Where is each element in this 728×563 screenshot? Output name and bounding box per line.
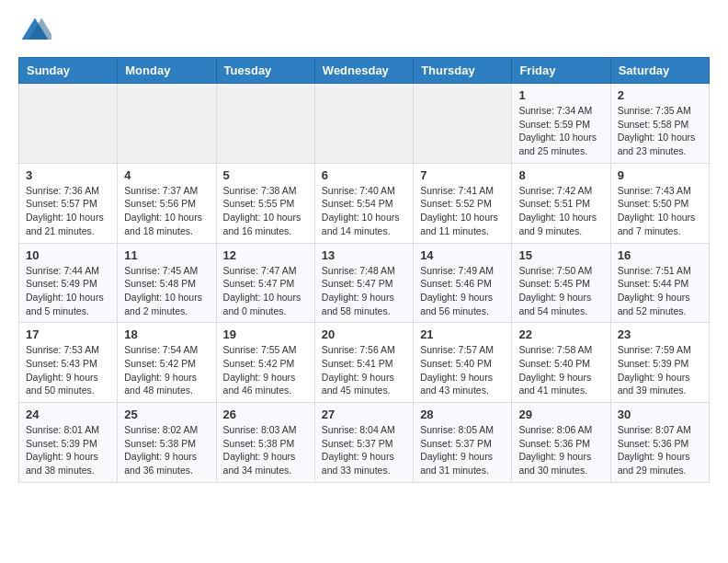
day-info: Sunrise: 7:48 AM Sunset: 5:47 PM Dayligh… [322,264,406,318]
logo-icon [18,15,51,48]
day-info: Sunrise: 7:36 AM Sunset: 5:57 PM Dayligh… [26,184,110,238]
day-info: Sunrise: 7:45 AM Sunset: 5:48 PM Dayligh… [124,264,209,318]
day-number: 4 [124,168,209,182]
calendar-week-2: 3Sunrise: 7:36 AM Sunset: 5:57 PM Daylig… [19,163,710,243]
calendar-table: SundayMondayTuesdayWednesdayThursdayFrid… [18,57,710,483]
calendar-cell: 19Sunrise: 7:55 AM Sunset: 5:42 PM Dayli… [216,323,314,403]
day-number: 29 [518,408,603,421]
calendar-cell: 28Sunrise: 8:05 AM Sunset: 5:37 PM Dayli… [414,403,512,483]
weekday-header-friday: Friday [512,58,610,84]
day-info: Sunrise: 7:53 AM Sunset: 5:43 PM Dayligh… [26,343,110,397]
day-info: Sunrise: 7:58 AM Sunset: 5:40 PM Dayligh… [518,343,603,397]
calendar-cell [314,84,413,164]
logo [18,15,57,48]
day-info: Sunrise: 8:02 AM Sunset: 5:38 PM Dayligh… [124,423,209,477]
day-info: Sunrise: 7:54 AM Sunset: 5:42 PM Dayligh… [124,343,209,397]
calendar-cell: 1Sunrise: 7:34 AM Sunset: 5:59 PM Daylig… [512,84,610,164]
day-info: Sunrise: 7:41 AM Sunset: 5:52 PM Dayligh… [420,184,505,238]
calendar-cell: 21Sunrise: 7:57 AM Sunset: 5:40 PM Dayli… [414,323,512,403]
day-number: 12 [223,248,308,262]
calendar-cell: 13Sunrise: 7:48 AM Sunset: 5:47 PM Dayli… [314,243,413,323]
day-info: Sunrise: 7:55 AM Sunset: 5:42 PM Dayligh… [223,343,308,397]
day-number: 24 [26,408,110,421]
day-info: Sunrise: 7:35 AM Sunset: 5:58 PM Dayligh… [618,104,702,158]
calendar-cell: 23Sunrise: 7:59 AM Sunset: 5:39 PM Dayli… [610,323,709,403]
calendar-cell: 7Sunrise: 7:41 AM Sunset: 5:52 PM Daylig… [414,163,512,243]
calendar-cell: 4Sunrise: 7:37 AM Sunset: 5:56 PM Daylig… [118,163,216,243]
calendar-cell: 25Sunrise: 8:02 AM Sunset: 5:38 PM Dayli… [118,403,216,483]
day-number: 8 [518,168,603,182]
day-info: Sunrise: 7:57 AM Sunset: 5:40 PM Dayligh… [420,343,505,397]
day-info: Sunrise: 7:51 AM Sunset: 5:44 PM Dayligh… [618,264,702,318]
calendar-cell: 9Sunrise: 7:43 AM Sunset: 5:50 PM Daylig… [610,163,709,243]
calendar-cell: 17Sunrise: 7:53 AM Sunset: 5:43 PM Dayli… [19,323,118,403]
calendar-cell: 20Sunrise: 7:56 AM Sunset: 5:41 PM Dayli… [314,323,413,403]
calendar-cell: 12Sunrise: 7:47 AM Sunset: 5:47 PM Dayli… [216,243,314,323]
calendar-cell: 27Sunrise: 8:04 AM Sunset: 5:37 PM Dayli… [314,403,413,483]
day-info: Sunrise: 7:34 AM Sunset: 5:59 PM Dayligh… [518,104,603,158]
day-number: 15 [518,248,603,262]
day-info: Sunrise: 7:42 AM Sunset: 5:51 PM Dayligh… [518,184,603,238]
day-number: 6 [322,168,406,182]
day-number: 3 [26,168,110,182]
day-info: Sunrise: 7:50 AM Sunset: 5:45 PM Dayligh… [518,264,603,318]
calendar-cell: 2Sunrise: 7:35 AM Sunset: 5:58 PM Daylig… [610,84,709,164]
weekday-header-thursday: Thursday [414,58,512,84]
day-number: 14 [420,248,505,262]
day-number: 7 [420,168,505,182]
calendar-cell: 14Sunrise: 7:49 AM Sunset: 5:46 PM Dayli… [414,243,512,323]
day-number: 30 [618,408,702,421]
day-number: 17 [26,327,110,341]
calendar-cell: 5Sunrise: 7:38 AM Sunset: 5:55 PM Daylig… [216,163,314,243]
page: SundayMondayTuesdayWednesdayThursdayFrid… [0,0,728,498]
calendar-cell: 3Sunrise: 7:36 AM Sunset: 5:57 PM Daylig… [19,163,118,243]
header [18,15,710,48]
day-number: 27 [322,408,406,421]
calendar-cell: 16Sunrise: 7:51 AM Sunset: 5:44 PM Dayli… [610,243,709,323]
day-number: 16 [618,248,702,262]
calendar-week-3: 10Sunrise: 7:44 AM Sunset: 5:49 PM Dayli… [19,243,710,323]
weekday-header-wednesday: Wednesday [314,58,413,84]
day-number: 21 [420,327,505,341]
calendar-cell: 30Sunrise: 8:07 AM Sunset: 5:36 PM Dayli… [610,403,709,483]
day-info: Sunrise: 8:07 AM Sunset: 5:36 PM Dayligh… [618,423,702,477]
day-info: Sunrise: 7:59 AM Sunset: 5:39 PM Dayligh… [618,343,702,397]
day-info: Sunrise: 7:49 AM Sunset: 5:46 PM Dayligh… [420,264,505,318]
day-number: 2 [618,88,702,102]
weekday-header-row: SundayMondayTuesdayWednesdayThursdayFrid… [19,58,710,84]
day-number: 1 [518,88,603,102]
day-number: 13 [322,248,406,262]
calendar-cell [19,84,118,164]
calendar-cell: 18Sunrise: 7:54 AM Sunset: 5:42 PM Dayli… [118,323,216,403]
calendar-cell: 8Sunrise: 7:42 AM Sunset: 5:51 PM Daylig… [512,163,610,243]
calendar-cell [118,84,216,164]
calendar-cell [216,84,314,164]
day-info: Sunrise: 7:37 AM Sunset: 5:56 PM Dayligh… [124,184,209,238]
calendar-cell: 24Sunrise: 8:01 AM Sunset: 5:39 PM Dayli… [19,403,118,483]
calendar-week-1: 1Sunrise: 7:34 AM Sunset: 5:59 PM Daylig… [19,84,710,164]
day-info: Sunrise: 7:43 AM Sunset: 5:50 PM Dayligh… [618,184,702,238]
day-number: 28 [420,408,505,421]
day-info: Sunrise: 8:06 AM Sunset: 5:36 PM Dayligh… [518,423,603,477]
calendar-week-4: 17Sunrise: 7:53 AM Sunset: 5:43 PM Dayli… [19,323,710,403]
calendar-cell: 15Sunrise: 7:50 AM Sunset: 5:45 PM Dayli… [512,243,610,323]
calendar-cell: 11Sunrise: 7:45 AM Sunset: 5:48 PM Dayli… [118,243,216,323]
weekday-header-sunday: Sunday [19,58,118,84]
day-info: Sunrise: 8:01 AM Sunset: 5:39 PM Dayligh… [26,423,110,477]
weekday-header-monday: Monday [118,58,216,84]
calendar-cell: 26Sunrise: 8:03 AM Sunset: 5:38 PM Dayli… [216,403,314,483]
day-number: 5 [223,168,308,182]
calendar-week-5: 24Sunrise: 8:01 AM Sunset: 5:39 PM Dayli… [19,403,710,483]
day-number: 22 [518,327,603,341]
day-number: 18 [124,327,209,341]
day-number: 20 [322,327,406,341]
day-info: Sunrise: 8:04 AM Sunset: 5:37 PM Dayligh… [322,423,406,477]
day-info: Sunrise: 7:47 AM Sunset: 5:47 PM Dayligh… [223,264,308,318]
day-info: Sunrise: 7:44 AM Sunset: 5:49 PM Dayligh… [26,264,110,318]
day-number: 23 [618,327,702,341]
day-number: 25 [124,408,209,421]
day-info: Sunrise: 7:56 AM Sunset: 5:41 PM Dayligh… [322,343,406,397]
calendar-cell [414,84,512,164]
day-number: 11 [124,248,209,262]
day-info: Sunrise: 7:38 AM Sunset: 5:55 PM Dayligh… [223,184,308,238]
